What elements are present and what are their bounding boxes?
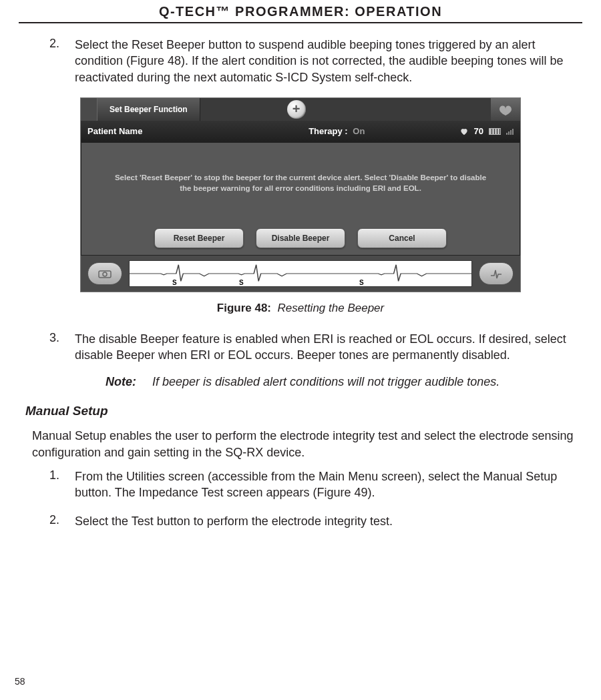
tab-set-beeper[interactable]: Set Beeper Function [97, 98, 200, 121]
step-number: 3. [25, 331, 75, 364]
marker-s2: S [239, 279, 244, 286]
marker-s1: S [172, 279, 177, 286]
marker-s3: S [359, 279, 364, 286]
capture-button-right[interactable] [479, 262, 514, 285]
svg-point-1 [103, 272, 107, 276]
step-number: 2. [25, 513, 75, 529]
figure-48: Set Beeper Function + Patient Name Thera… [25, 97, 576, 326]
tab-add-area: + [200, 98, 491, 121]
reset-beeper-button[interactable]: Reset Beeper [154, 228, 244, 248]
heart-rate: 70 [474, 126, 483, 136]
step-number: 1. [25, 468, 75, 501]
capture-button-left[interactable] [87, 262, 122, 285]
manual-step-2: 2. Select the Test button to perform the… [25, 513, 576, 529]
ecg-strip: S S S [129, 260, 472, 287]
ecg-row: S S S [81, 256, 520, 292]
disable-beeper-button[interactable]: Disable Beeper [256, 228, 345, 248]
figure-title: Resetting the Beeper [277, 302, 384, 314]
step-number: 2. [25, 37, 75, 85]
patient-name: Patient Name [87, 126, 214, 136]
battery-icon [489, 128, 501, 135]
page-body: 2. Select the Reset Beeper button to sus… [19, 23, 582, 529]
step-text: The disable Beeper feature is enabled wh… [75, 331, 576, 364]
add-tab-icon[interactable]: + [287, 100, 306, 119]
figure-number: Figure 48: [217, 302, 271, 314]
button-row: Reset Beeper Disable Beeper Cancel [81, 228, 520, 248]
therapy-status: Therapy : On [214, 126, 459, 136]
page-header: Q-TECH™ PROGRAMMER: OPERATION [19, 0, 582, 23]
note-text: If beeper is disabled alert conditions w… [152, 375, 576, 389]
manual-setup-intro: Manual Setup enables the user to perform… [25, 428, 576, 460]
device-screenshot: Set Beeper Function + Patient Name Thera… [80, 97, 521, 292]
cancel-button[interactable]: Cancel [357, 228, 447, 248]
rescue-shock-icon[interactable] [491, 98, 520, 121]
step-3: 3. The disable Beeper feature is enabled… [25, 331, 576, 364]
therapy-label: Therapy : [309, 126, 348, 136]
step-2: 2. Select the Reset Beeper button to sus… [25, 37, 576, 85]
instruction-text: Select 'Reset Beeper' to stop the beeper… [91, 149, 510, 194]
step-text: Select the Test button to perform the el… [75, 513, 576, 529]
signal-icon [506, 128, 514, 135]
manual-setup-heading: Manual Setup [25, 404, 576, 418]
page-number: 58 [15, 676, 25, 687]
heart-icon [459, 127, 469, 136]
figure-caption: Figure 48: Resetting the Beeper [217, 302, 384, 315]
tab-bar: Set Beeper Function + [81, 98, 520, 121]
note: Note: If beeper is disabled alert condit… [25, 375, 576, 389]
note-label: Note: [106, 375, 152, 389]
status-bar: Patient Name Therapy : On 70 [81, 121, 520, 142]
main-panel: Select 'Reset Beeper' to stop the beeper… [81, 142, 520, 256]
status-right: 70 [459, 126, 514, 136]
tab-spacer [81, 98, 97, 121]
step-text: From the Utilities screen (accessible fr… [75, 468, 576, 501]
step-text: Select the Reset Beeper button to suspen… [75, 37, 576, 85]
manual-step-1: 1. From the Utilities screen (accessible… [25, 468, 576, 501]
therapy-value: On [353, 126, 365, 136]
